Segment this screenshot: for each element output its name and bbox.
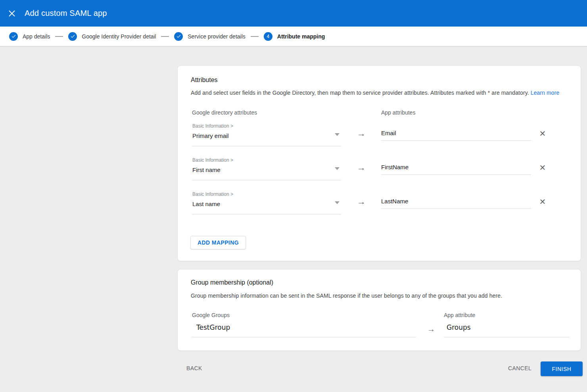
directory-attribute-value: Primary email — [192, 132, 229, 139]
close-icon: ✕ — [539, 163, 546, 172]
directory-attribute-category: Basic Information > — [192, 157, 233, 163]
google-groups-input[interactable] — [191, 323, 416, 337]
attributes-card: Attributes Add and select user fields in… — [177, 65, 581, 261]
step-service-provider-details[interactable]: Service provider details — [174, 32, 246, 41]
delete-mapping-button[interactable]: ✕ — [536, 161, 549, 174]
group-membership-card: Group membership (optional) Group member… — [177, 269, 581, 351]
app-attributes-header: App attributes — [381, 109, 415, 116]
step-connector — [251, 36, 259, 37]
directory-attribute-value: First name — [192, 166, 221, 173]
step-google-idp-details[interactable]: Google Identity Provider details — [68, 32, 156, 41]
directory-attribute-category: Basic Information > — [192, 123, 233, 129]
app-attribute-input[interactable] — [381, 164, 531, 175]
app-attribute-label: App attribute — [444, 312, 475, 318]
directory-attribute-select[interactable]: Basic Information > First name — [192, 157, 341, 180]
google-directory-attributes-header: Google directory attributes — [192, 109, 257, 116]
close-icon — [8, 10, 16, 17]
step-label: Attribute mapping — [277, 33, 325, 40]
app-attribute-input[interactable] — [381, 130, 531, 141]
dropdown-arrow-icon — [335, 167, 340, 170]
back-button[interactable]: BACK — [186, 365, 202, 371]
attributes-description-text: Add and select user fields in the Google… — [191, 90, 529, 96]
step-label: Google Identity Provider details — [82, 33, 156, 40]
step-app-details[interactable]: App details — [9, 32, 50, 41]
group-app-attribute-input[interactable] — [444, 323, 570, 337]
close-icon: ✕ — [539, 197, 546, 207]
attributes-card-title: Attributes — [191, 76, 218, 84]
check-icon — [70, 34, 75, 39]
directory-attribute-value: Last name — [192, 201, 220, 207]
finish-button[interactable]: FINISH — [541, 361, 583, 376]
step-check-circle — [174, 32, 183, 41]
directory-attribute-select[interactable]: Basic Information > Primary email — [192, 123, 341, 146]
field-underline — [192, 214, 341, 214]
field-underline — [192, 146, 341, 146]
check-icon — [11, 34, 16, 39]
mapping-row: Basic Information > First name → ✕ — [192, 157, 567, 185]
mapping-arrow-icon: → — [427, 325, 435, 334]
group-membership-title: Group membership (optional) — [191, 279, 273, 286]
group-membership-description: Group membership information can be sent… — [191, 293, 502, 299]
step-number-circle: 4 — [264, 32, 272, 41]
app-attribute-input[interactable] — [381, 198, 531, 209]
dropdown-arrow-icon — [335, 133, 340, 136]
directory-attribute-category: Basic Information > — [192, 191, 233, 197]
dropdown-arrow-icon — [335, 201, 340, 204]
mapping-row: Basic Information > Primary email → ✕ — [192, 123, 567, 151]
step-label: Service provider details — [188, 33, 246, 40]
stepper: App details Google Identity Provider det… — [0, 27, 587, 46]
dialog-header: Add custom SAML app — [0, 0, 587, 27]
step-check-circle — [9, 32, 18, 41]
step-label: App details — [23, 33, 50, 40]
mapping-arrow-icon: → — [357, 197, 366, 207]
learn-more-link[interactable]: Learn more — [531, 90, 560, 96]
cancel-button[interactable]: CANCEL — [508, 365, 531, 371]
field-underline — [192, 180, 341, 180]
step-attribute-mapping[interactable]: 4 Attribute mapping — [264, 32, 325, 41]
mapping-arrow-icon: → — [357, 128, 366, 139]
dialog-title: Add custom SAML app — [25, 9, 107, 18]
step-connector — [55, 36, 63, 37]
step-connector — [161, 36, 169, 37]
directory-attribute-select[interactable]: Basic Information > Last name — [192, 191, 341, 214]
mapping-arrow-icon: → — [357, 163, 366, 173]
mapping-row: Basic Information > Last name → ✕ — [192, 191, 567, 219]
close-button[interactable] — [5, 6, 19, 21]
add-mapping-button[interactable]: ADD MAPPING — [190, 236, 246, 249]
delete-mapping-button[interactable]: ✕ — [536, 195, 549, 208]
step-check-circle — [68, 32, 77, 41]
google-groups-label: Google Groups — [192, 312, 230, 318]
close-icon: ✕ — [539, 129, 546, 138]
delete-mapping-button[interactable]: ✕ — [536, 127, 549, 140]
check-icon — [176, 34, 181, 39]
attributes-card-description: Add and select user fields in the Google… — [191, 90, 559, 96]
